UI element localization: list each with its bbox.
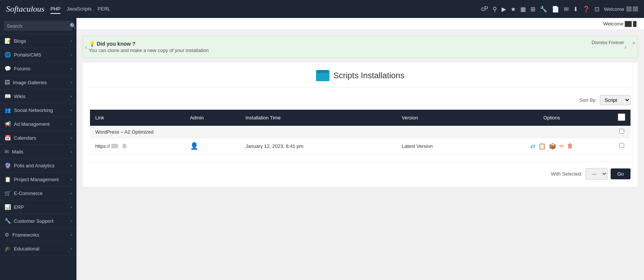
- sidebar-item-label: Customer Support: [14, 218, 54, 224]
- chevron-right-icon: ›: [70, 149, 72, 154]
- banner-next-icon[interactable]: ›: [625, 44, 626, 51]
- table-icon[interactable]: ⊞: [530, 6, 535, 13]
- chevron-right-icon: ›: [70, 177, 72, 182]
- tab-perl[interactable]: PERL: [98, 4, 111, 14]
- chevron-right-icon: ›: [70, 80, 72, 85]
- chevron-right-icon: ›: [70, 205, 72, 209]
- sidebar-item-label: E-Commerce: [14, 191, 43, 196]
- row-checkbox[interactable]: [619, 143, 624, 148]
- chevron-right-icon: ›: [70, 232, 72, 237]
- bottom-bar: With Selected: --- Go: [90, 162, 631, 180]
- with-selected-label: With Selected:: [551, 171, 583, 177]
- installation-time-cell: January 12, 2023, 8:41 pm: [240, 138, 397, 154]
- sidebar-item-frameworks[interactable]: ⚙ Frameworks ›: [0, 228, 76, 242]
- sidebar-item-label: Blogs: [14, 38, 26, 44]
- sidebar-search-container: 🔍: [0, 18, 76, 34]
- frameworks-icon: ⚙: [4, 232, 9, 238]
- sidebar-item-label: Frameworks: [12, 232, 39, 238]
- sidebar-item-portals-cms[interactable]: 🌐 Portals/CMS ›: [0, 48, 76, 62]
- chevron-right-icon: ›: [70, 191, 72, 195]
- chevron-right-icon: ›: [70, 246, 72, 251]
- sidebar-item-label: Mails: [12, 149, 23, 155]
- sidebar-item-e-commerce[interactable]: 🛒 E-Commerce ›: [0, 186, 76, 200]
- banner-prev-icon[interactable]: ‹: [85, 44, 87, 51]
- sidebar-item-image-galleries[interactable]: 🖼 Image Galleries ›: [0, 76, 76, 89]
- star-icon[interactable]: ★: [511, 6, 516, 13]
- sort-select[interactable]: Script Date Version: [600, 95, 631, 105]
- sidebar-item-customer-support[interactable]: 🔧 Customer Support ›: [0, 214, 76, 228]
- sidebar-item-calendars[interactable]: 📅 Calendars ›: [0, 131, 76, 145]
- group-checkbox-cell: [613, 126, 631, 138]
- user-icon[interactable]: ⊡: [595, 6, 599, 13]
- sidebar-item-ad-management[interactable]: 📢 Ad Management ›: [0, 117, 76, 131]
- sidebar-item-label: Project Management: [14, 177, 59, 182]
- scripts-header: Scripts Installations: [90, 70, 631, 88]
- grid-icon[interactable]: ▦: [520, 6, 526, 13]
- main-layout: 🔍 📝 Blogs › 🌐 Portals/CMS › 💬 Forums ›: [0, 18, 644, 280]
- chevron-right-icon: ›: [70, 122, 72, 126]
- polls-icon: 🔮: [4, 162, 11, 168]
- sidebar-item-polls-analytics[interactable]: 🔮 Polls and Analytics ›: [0, 159, 76, 173]
- file-icon[interactable]: 📄: [552, 6, 559, 13]
- customer-support-icon: 🔧: [4, 218, 11, 224]
- wordpress-icon[interactable]: ⚲: [493, 6, 497, 13]
- mail-icon[interactable]: ✉: [564, 6, 569, 13]
- link-cell: https://: [90, 138, 185, 154]
- welcome-sq-2: [633, 6, 638, 12]
- educational-icon: 🎓: [4, 246, 11, 252]
- sort-bar: Sort By: Script Date Version: [90, 95, 631, 105]
- content-area: Welcome ██ █ ‹ 💡 Did you know ? You can …: [76, 18, 644, 280]
- ecommerce-icon: 🛒: [4, 190, 11, 196]
- clone-icon[interactable]: ⇄: [530, 143, 535, 150]
- forums-icon: 💬: [4, 66, 11, 71]
- help-icon[interactable]: ❓: [583, 6, 590, 13]
- social-icon: 👥: [4, 107, 11, 113]
- sidebar-item-label: Forums: [14, 66, 30, 71]
- dismiss-forever-button[interactable]: Dismiss Forever: [592, 40, 624, 45]
- col-link: Link: [90, 110, 185, 126]
- col-options: Options: [491, 110, 613, 126]
- sidebar-item-project-management[interactable]: 📋 Project Management ›: [0, 173, 76, 186]
- backup-icon[interactable]: 📦: [549, 143, 556, 150]
- blogs-icon: 📝: [4, 38, 11, 44]
- table-body: WordPress – A2 Optimized https://: [90, 126, 631, 154]
- chevron-right-icon: ›: [70, 108, 72, 112]
- copy-icon[interactable]: 📋: [538, 143, 546, 150]
- with-selected-select[interactable]: ---: [586, 168, 608, 180]
- sidebar: 🔍 📝 Blogs › 🌐 Portals/CMS › 💬 Forums ›: [0, 18, 76, 280]
- welcome-sq-1: [626, 6, 632, 12]
- banner-close-button[interactable]: ×: [632, 40, 635, 46]
- wrench-icon[interactable]: 🔧: [540, 6, 547, 13]
- search-input[interactable]: [7, 23, 70, 29]
- sidebar-item-label: Wikis: [14, 94, 25, 99]
- sidebar-item-wikis[interactable]: 📖 Wikis ›: [0, 89, 76, 103]
- scripts-section: Scripts Installations Sort By: Script Da…: [82, 63, 638, 187]
- delete-icon[interactable]: 🗑: [567, 143, 573, 149]
- action-icons: ⇄ 📋 📦 ✏ 🗑: [496, 143, 607, 150]
- tab-php[interactable]: PHP: [51, 4, 61, 14]
- sidebar-item-label: Calendars: [14, 135, 36, 141]
- sidebar-item-forums[interactable]: 💬 Forums ›: [0, 62, 76, 76]
- tab-javascripts[interactable]: JavaScripts: [66, 4, 91, 14]
- scripts-title: Scripts Installations: [333, 71, 404, 80]
- go-button[interactable]: Go: [611, 168, 631, 179]
- group-checkbox[interactable]: [619, 129, 624, 134]
- sidebar-item-educational[interactable]: 🎓 Educational ›: [0, 242, 76, 256]
- cpanel-icon[interactable]: cP: [481, 6, 488, 12]
- select-all-checkbox[interactable]: [618, 113, 625, 121]
- galleries-icon: 🖼: [4, 79, 10, 85]
- sidebar-item-social-networking[interactable]: 👥 Social Networking ›: [0, 103, 76, 117]
- table-row: https:// 👤 January 12, 2023, 8:41 pm: [90, 138, 631, 154]
- top-nav-tabs: PHP JavaScripts PERL: [51, 4, 111, 14]
- banner-content: 💡 Did you know ? You can clone and make …: [89, 41, 209, 53]
- sidebar-item-label: Ad Management: [14, 121, 49, 127]
- sidebar-item-erp[interactable]: 📊 ERP ›: [0, 200, 76, 214]
- sidebar-item-label: Image Galleries: [13, 80, 47, 85]
- sidebar-item-mails[interactable]: ✉ Mails ›: [0, 145, 76, 159]
- sidebar-item-blogs[interactable]: 📝 Blogs ›: [0, 34, 76, 48]
- edit-icon[interactable]: ✏: [559, 143, 564, 150]
- did-you-know-banner: ‹ 💡 Did you know ? You can clone and mak…: [82, 36, 638, 58]
- calendars-icon: 📅: [4, 135, 11, 141]
- download-icon[interactable]: ⬇: [573, 6, 578, 13]
- play-icon[interactable]: ▶: [502, 6, 506, 13]
